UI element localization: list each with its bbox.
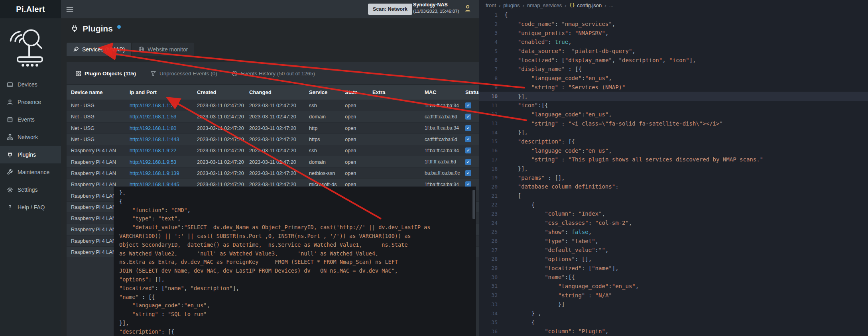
breadcrumb-item-nmap-services[interactable]: nmap_services: [527, 2, 562, 8]
editor-line[interactable]: 32 "string" : "N/A": [479, 291, 868, 300]
breadcrumb-label: front: [486, 2, 496, 8]
column-header-extra[interactable]: Extra: [368, 85, 420, 100]
column-header-device-name[interactable]: Device name: [67, 85, 125, 100]
user-icon[interactable]: [464, 4, 472, 12]
breadcrumb-separator: ›: [523, 2, 524, 8]
editor-line[interactable]: 25 "show": false,: [479, 228, 868, 237]
editor-line[interactable]: 4 "enabled": true,: [479, 37, 868, 47]
editor-line[interactable]: 8 "language_code":"en_us",: [479, 74, 868, 83]
hamburger-menu-button[interactable]: [66, 0, 74, 18]
row-checkbox[interactable]: ✓: [465, 125, 471, 131]
editor-line[interactable]: 6 "localized": ["display_name", "descrip…: [479, 55, 868, 65]
cell-ip-port-link[interactable]: http://192.168.1.1:53: [125, 111, 193, 122]
editor-line[interactable]: 15 "description": [{: [479, 137, 868, 146]
column-header-created[interactable]: Created: [193, 85, 245, 100]
row-checkbox[interactable]: ✓: [465, 114, 471, 120]
editor-line[interactable]: 13 "string" : "<i class=\"fa-solid fa-sa…: [479, 119, 868, 128]
editor-line[interactable]: 22 {: [479, 200, 868, 209]
line-number: 4: [479, 39, 504, 45]
editor-line[interactable]: 27 "default_value":"",: [479, 246, 868, 255]
row-checkbox[interactable]: ✓: [465, 170, 471, 176]
editor-line[interactable]: 16 "language_code":"en_us",: [479, 146, 868, 155]
cell-service: https: [305, 134, 341, 145]
editor-line[interactable]: 10 }],: [479, 92, 868, 101]
plugin-tab-website-monitor[interactable]: Website monitor: [132, 43, 194, 56]
editor-line[interactable]: 24 "css_classes": "col-sm-2",: [479, 218, 868, 228]
editor-line[interactable]: 29 "localized": ["name"],: [479, 263, 868, 273]
cell-ip-port-link[interactable]: http://192.168.1.9:139: [125, 167, 193, 179]
pialert-logo-art: [6, 23, 53, 73]
editor-line[interactable]: 36 "column": "Plugin",: [479, 327, 868, 336]
sidebar-item-plugins[interactable]: Plugins: [0, 146, 61, 163]
plugin-tab-services-nmap[interactable]: Services (NMAP): [67, 43, 131, 56]
editor-line[interactable]: 1{: [479, 10, 868, 20]
breadcrumb-item-plugins[interactable]: plugins: [503, 2, 520, 8]
row-checkbox[interactable]: ✓: [465, 159, 471, 165]
line-number: 16: [479, 147, 504, 153]
editor-line[interactable]: 30 "name":[{: [479, 273, 868, 282]
sidebar-item-network[interactable]: Network: [0, 128, 61, 146]
editor-line[interactable]: 18 }],: [479, 164, 868, 173]
tab-plugin-objects-115[interactable]: Plugin Objects (115): [75, 71, 136, 77]
popup-scrollbar[interactable]: [472, 190, 475, 219]
sidebar-item-maintenance[interactable]: Maintenance: [0, 163, 61, 181]
screenshot-root: Pi.Alert Scan: Network Synology-NAS (11/…: [0, 0, 868, 336]
line-number: 26: [479, 238, 504, 244]
column-header-service[interactable]: Service: [305, 85, 341, 100]
editor-line[interactable]: 28 "options": [],: [479, 255, 868, 264]
row-checkbox[interactable]: ✓: [465, 102, 471, 108]
app-logo[interactable]: Pi.Alert: [0, 0, 61, 18]
tab-events-history-50-out-of-1265[interactable]: Events History (50 out of 1265): [232, 71, 315, 77]
table-row: Raspberry Pi 4 LANhttp://192.168.1.9:532…: [67, 156, 479, 167]
user-icon: [464, 4, 472, 12]
column-header-changed[interactable]: Changed: [245, 85, 305, 100]
cell-status: ✓: [461, 100, 479, 111]
editor-line[interactable]: 5 "data_source": "pialert-db-query",: [479, 47, 868, 56]
sidebar-item-help-faq[interactable]: Help / FAQ: [0, 198, 61, 216]
sidebar-item-presence[interactable]: Presence: [0, 93, 61, 111]
row-checkbox[interactable]: ✓: [465, 147, 471, 153]
breadcrumb-more[interactable]: ...: [609, 2, 614, 8]
cell-status: ✓: [461, 111, 479, 122]
sidebar-item-devices[interactable]: Devices: [0, 76, 61, 93]
line-content: "css_classes": "col-sm-2",: [504, 220, 632, 226]
editor-line[interactable]: 17 "string" : "This plugin shows all ser…: [479, 155, 868, 164]
tab-unprocessed-events-0[interactable]: Unprocessed Events (0): [150, 71, 217, 77]
editor-line[interactable]: 23 "column": "Index",: [479, 209, 868, 218]
editor-line[interactable]: 31 "language_code":"en_us",: [479, 282, 868, 291]
cell-ip-port-link[interactable]: http://192.168.1.9:53: [125, 156, 193, 167]
sidebar-item-events[interactable]: Events: [0, 111, 61, 128]
editor-line[interactable]: 20 "database_column_definitions":: [479, 182, 868, 191]
cell-ip-port-link[interactable]: http://192.168.1.1:22: [125, 100, 193, 111]
line-number: 13: [479, 120, 504, 126]
cell-ip-port-link[interactable]: http://192.168.1.1:80: [125, 122, 193, 134]
editor-line[interactable]: 14 }],: [479, 128, 868, 137]
column-header-mac[interactable]: MAC: [420, 85, 461, 100]
cell-ip-port-link[interactable]: http://192.168.1.1:443: [125, 134, 193, 145]
editor-line[interactable]: 7 "display_name" : [{: [479, 65, 868, 74]
sidebar-item-label: Presence: [18, 99, 41, 105]
plugin-config-popup: },{ "function": "CMD", "type": "text", "…: [114, 187, 476, 336]
row-checkbox[interactable]: ✓: [465, 136, 471, 142]
cell-ip-port-link[interactable]: http://192.168.1.9:22: [125, 145, 193, 156]
breadcrumb-item-front[interactable]: front: [486, 2, 496, 8]
editor-line[interactable]: 2 "code_name": "nmap_services",: [479, 20, 868, 29]
editor-line[interactable]: 19 "params" : [],: [479, 173, 868, 182]
cell-changed: 2023-03-11 02:47:20: [245, 145, 305, 156]
column-header-ip-and-port[interactable]: Ip and Port: [125, 85, 193, 100]
editor-line[interactable]: 9 "string" : "Services (NMAP)": [479, 83, 868, 92]
column-header-state[interactable]: State: [341, 85, 368, 100]
editor-line[interactable]: 3 "unique_prefix": "NMAPSRV",: [479, 28, 868, 37]
editor-line[interactable]: 21 [: [479, 191, 868, 200]
editor-line[interactable]: 12 "language_code":"en_us",: [479, 110, 868, 119]
column-header-status[interactable]: Status: [461, 85, 479, 100]
breadcrumb-item-config-json[interactable]: {}config.json: [569, 2, 602, 8]
editor-line[interactable]: 26 "type": "label",: [479, 236, 868, 246]
editor-line[interactable]: 34 } ,: [479, 309, 868, 318]
editor-line[interactable]: 11 "icon":[{: [479, 101, 868, 110]
editor-line[interactable]: 35 {: [479, 318, 868, 327]
line-number: 15: [479, 138, 504, 144]
sidebar-item-settings[interactable]: Settings: [0, 181, 61, 198]
editor-line[interactable]: 33 }]: [479, 300, 868, 309]
line-number: 30: [479, 274, 504, 280]
